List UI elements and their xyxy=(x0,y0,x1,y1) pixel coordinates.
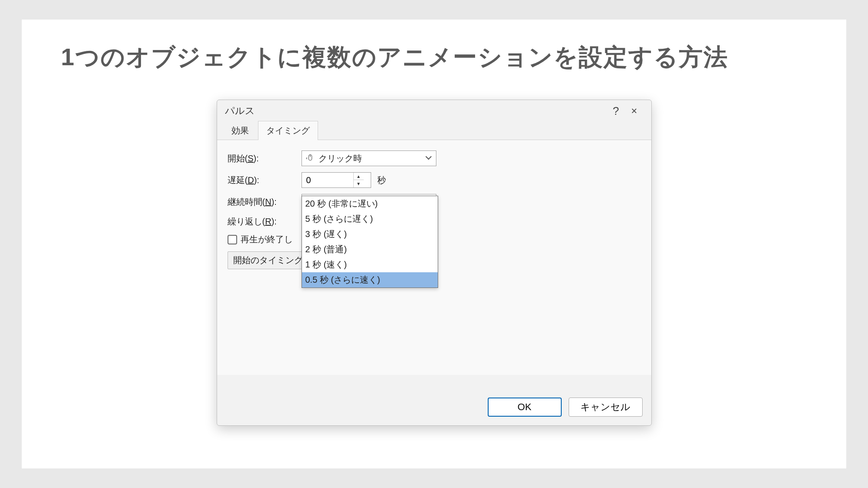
delay-unit: 秒 xyxy=(377,174,386,186)
slide: 1つのオブジェクトに複数のアニメーションを設定する方法 パルス ? × 効果 タ… xyxy=(22,20,846,468)
duration-option[interactable]: 1 秒 (速く) xyxy=(302,257,438,272)
help-icon[interactable]: ? xyxy=(607,102,625,120)
tabstrip: 効果 タイミング xyxy=(217,122,651,140)
label-delay: 遅延(D): xyxy=(228,174,302,186)
start-combo[interactable]: クリック時 xyxy=(302,150,436,166)
page-title: 1つのオブジェクトに複数のアニメーションを設定する方法 xyxy=(48,41,820,74)
tab-body-timing: 開始(S): クリック時 xyxy=(217,140,651,375)
delay-input[interactable] xyxy=(305,175,353,186)
dialog-title: パルス xyxy=(225,104,255,117)
delay-spin-buttons[interactable]: ▲ ▼ xyxy=(353,173,364,187)
mouse-click-icon xyxy=(305,154,315,163)
dialog-footer: OK キャンセル xyxy=(488,398,643,417)
start-timing-button[interactable]: 開始のタイミング( xyxy=(228,251,308,269)
start-combo-chevron[interactable] xyxy=(425,154,433,163)
close-icon[interactable]: × xyxy=(625,102,643,120)
label-duration: 継続時間(N): xyxy=(228,196,302,208)
duration-dropdown[interactable]: 20 秒 (非常に遅い) 5 秒 (さらに遅く) 3 秒 (遅く) 2 秒 (普… xyxy=(302,196,438,288)
rewind-checkbox[interactable] xyxy=(228,235,237,244)
duration-option[interactable]: 5 秒 (さらに遅く) xyxy=(302,211,438,227)
tab-timing[interactable]: タイミング xyxy=(258,121,318,140)
duration-option[interactable]: 20 秒 (非常に遅い) xyxy=(302,196,438,211)
tab-effect[interactable]: 効果 xyxy=(223,121,257,140)
duration-option-selected[interactable]: 0.5 秒 (さらに速く) xyxy=(302,272,438,287)
duration-option[interactable]: 2 秒 (普通) xyxy=(302,242,438,257)
label-start: 開始(S): xyxy=(228,153,302,164)
chevron-down-icon xyxy=(426,156,432,161)
label-repeat: 繰り返し(R): xyxy=(228,216,302,227)
ok-button[interactable]: OK xyxy=(488,398,562,417)
dialog-titlebar: パルス ? × xyxy=(217,100,651,122)
delay-spinner[interactable]: ▲ ▼ xyxy=(302,172,371,188)
start-value: クリック時 xyxy=(318,153,362,164)
pulse-dialog: パルス ? × 効果 タイミング 開始(S): xyxy=(217,100,652,426)
duration-option[interactable]: 3 秒 (遅く) xyxy=(302,227,438,242)
row-start: 開始(S): クリック時 xyxy=(228,150,641,166)
spinner-up-icon[interactable]: ▲ xyxy=(354,173,364,180)
row-delay: 遅延(D): ▲ ▼ 秒 xyxy=(228,172,641,188)
rewind-label: 再生が終了し xyxy=(241,234,293,245)
cancel-button[interactable]: キャンセル xyxy=(569,398,643,417)
spinner-down-icon[interactable]: ▼ xyxy=(354,180,364,187)
